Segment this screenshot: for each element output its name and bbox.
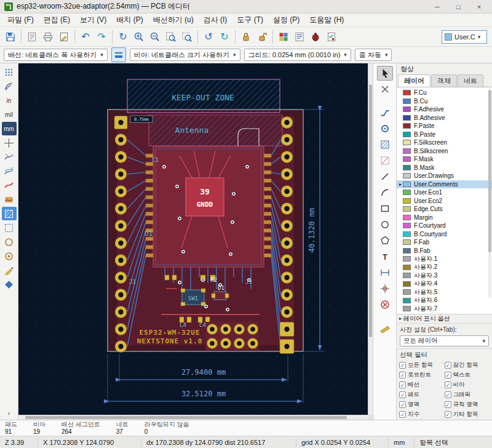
menu-item[interactable]: 배치 (P) xyxy=(111,14,148,26)
set-origin-button[interactable] xyxy=(377,281,393,296)
checkbox-icon[interactable]: ✓ xyxy=(399,362,406,369)
draw-circle-button[interactable] xyxy=(377,217,393,232)
layer-color-swatch[interactable] xyxy=(403,190,411,195)
filter-item[interactable]: ✓배선 xyxy=(399,381,445,389)
layer-row[interactable]: B.Mask xyxy=(397,164,492,172)
layer-color-swatch[interactable] xyxy=(403,215,411,220)
draw-line-button[interactable] xyxy=(377,169,393,184)
layer-display-options[interactable]: ▸ 레이어 표시 옵션 xyxy=(397,314,492,324)
filter-item[interactable]: ✓규칙 영역 xyxy=(445,401,490,409)
layer-color-swatch[interactable] xyxy=(403,231,411,237)
filter-item[interactable]: ✓치수 xyxy=(399,410,445,418)
rotate-cw-button[interactable]: ↻ xyxy=(216,29,232,45)
filter-item[interactable]: ✓비아 xyxy=(445,381,490,389)
layer-color-swatch[interactable] xyxy=(403,306,411,311)
undo-button[interactable]: ↶ xyxy=(77,29,93,45)
zoom-fit-button[interactable] xyxy=(163,29,179,45)
footprint-check-button[interactable] xyxy=(323,29,339,45)
ratsnest-curved-icon[interactable] xyxy=(2,164,17,178)
board-setup-button[interactable] xyxy=(276,29,292,45)
checkbox-icon[interactable]: ✓ xyxy=(445,411,451,418)
tab-objects[interactable]: 객체 xyxy=(431,74,457,87)
tab-layers[interactable]: 레이어 xyxy=(398,74,430,87)
layer-color-swatch[interactable] xyxy=(403,289,411,295)
layer-color-swatch[interactable] xyxy=(403,90,411,95)
zone-display-icon[interactable] xyxy=(2,207,17,220)
redo-button[interactable]: ↷ xyxy=(93,29,109,45)
checkbox-icon[interactable]: ✓ xyxy=(445,372,451,378)
layer-color-swatch[interactable] xyxy=(403,281,411,287)
layer-color-swatch[interactable] xyxy=(403,198,411,204)
track-width-indicator-button[interactable] xyxy=(111,47,126,62)
add-dimension-button[interactable] xyxy=(377,265,393,280)
checkbox-icon[interactable]: ✓ xyxy=(399,382,406,388)
zoom-out-button[interactable] xyxy=(147,29,163,45)
layer-row[interactable]: 사용자.6 xyxy=(397,297,492,305)
board-setup-page-button[interactable] xyxy=(24,29,40,45)
layer-row[interactable]: B.Cu xyxy=(397,97,492,106)
layer-color-swatch[interactable] xyxy=(403,173,411,178)
center-pad[interactable] xyxy=(186,178,224,216)
layer-color-swatch[interactable] xyxy=(403,140,411,145)
active-layer-dropdown[interactable]: User.C ▾ xyxy=(442,30,487,44)
layer-color-swatch[interactable] xyxy=(403,265,411,270)
pcb-canvas-area[interactable]: KEEP-OUT ZONE 0.75mm Antenna 39 GNDD xyxy=(18,63,373,420)
zoom-dropdown[interactable]: 줌 자동 ▾ xyxy=(355,49,392,61)
layer-row[interactable]: B.Courtyard xyxy=(397,230,492,239)
track-display-icon[interactable] xyxy=(2,263,17,277)
pad[interactable] xyxy=(264,204,271,207)
crosshair-cursor-icon[interactable] xyxy=(2,136,17,150)
filter-item[interactable]: ✓잠긴 항목 xyxy=(445,361,490,369)
canvas-horizontal-scrollbar[interactable] xyxy=(18,415,368,420)
via-display-icon[interactable] xyxy=(2,249,17,263)
unlock-button[interactable] xyxy=(254,29,270,45)
add-text-button[interactable]: T xyxy=(377,249,393,264)
layer-row[interactable]: 사용자.7 xyxy=(397,305,492,313)
preset-dropdown[interactable]: 모든 레이어 ▾ xyxy=(400,335,489,347)
layer-row[interactable]: B.Fab xyxy=(397,247,492,255)
route-tracks-button[interactable] xyxy=(377,105,393,120)
layer-color-swatch[interactable] xyxy=(403,156,411,162)
layer-color-swatch[interactable] xyxy=(403,98,411,104)
layer-row[interactable]: 사용자.4 xyxy=(397,280,492,289)
layer-row[interactable]: F.Silkscreen xyxy=(397,138,492,147)
layer-row[interactable]: Margin xyxy=(397,214,492,222)
pad[interactable] xyxy=(146,179,153,183)
filter-item[interactable]: ✓모든 항목 xyxy=(399,361,445,369)
layer-color-swatch[interactable] xyxy=(403,148,411,154)
canvas-vertical-scrollbar[interactable] xyxy=(368,63,373,415)
menu-item[interactable]: 설정 (P) xyxy=(268,14,304,26)
menu-item[interactable]: 보기 (V) xyxy=(75,14,111,26)
pad[interactable] xyxy=(264,229,271,233)
add-zone-button[interactable] xyxy=(377,137,393,152)
layer-row[interactable]: User.Eco1 xyxy=(397,188,492,197)
checkbox-icon[interactable]: ✓ xyxy=(399,391,406,398)
pad[interactable] xyxy=(146,254,153,257)
checkbox-icon[interactable]: ✓ xyxy=(445,401,451,408)
net-highlight-icon[interactable] xyxy=(2,178,17,192)
filter-item[interactable]: ✓풋프린트 xyxy=(399,371,445,379)
units-inches-button[interactable]: in xyxy=(2,94,17,107)
zone-outline-icon[interactable] xyxy=(2,221,17,234)
draw-polygon-button[interactable] xyxy=(377,233,393,248)
draw-arc-button[interactable] xyxy=(377,185,393,200)
layer-color-swatch[interactable] xyxy=(403,106,411,112)
filter-item[interactable]: ✓그래픽 xyxy=(445,391,490,399)
pad[interactable] xyxy=(146,170,153,174)
pad[interactable] xyxy=(146,220,153,224)
pad[interactable] xyxy=(264,237,271,241)
measure-tool-button[interactable] xyxy=(377,321,393,335)
antenna-zone[interactable] xyxy=(149,115,282,146)
minimize-button[interactable]: ─ xyxy=(427,1,448,13)
high-contrast-icon[interactable] xyxy=(2,278,17,291)
drawing-contrast-icon[interactable] xyxy=(2,193,17,206)
pad[interactable] xyxy=(146,196,153,199)
layer-row[interactable]: User.Eco2 xyxy=(397,197,492,206)
pad[interactable] xyxy=(146,246,153,249)
pcb-canvas[interactable]: KEEP-OUT ZONE 0.75mm Antenna 39 GNDD xyxy=(18,63,368,415)
layer-row[interactable]: F.Paste xyxy=(397,122,492,130)
scrollbar-thumb[interactable] xyxy=(369,84,372,337)
layer-row[interactable]: F.Fab xyxy=(397,238,492,247)
menu-item[interactable]: 검사 (I) xyxy=(199,14,232,26)
pad[interactable] xyxy=(264,246,271,249)
